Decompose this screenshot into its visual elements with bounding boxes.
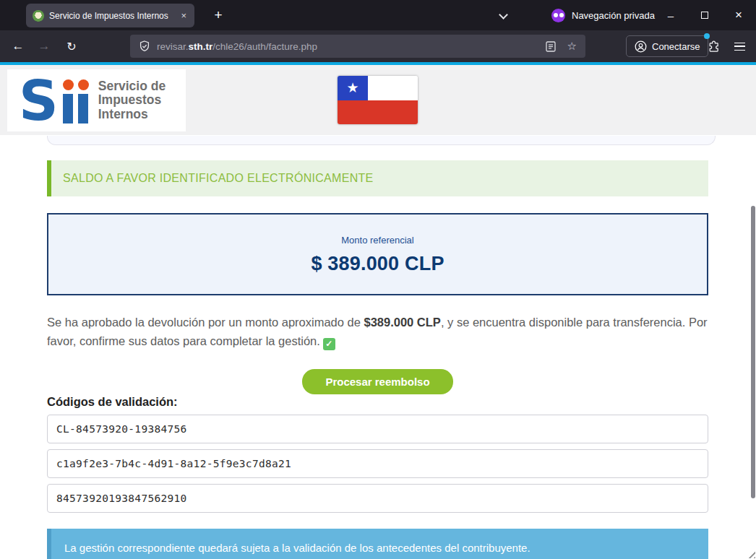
back-button[interactable]: ←: [7, 36, 29, 56]
process-refund-button[interactable]: Procesar reembolso: [302, 369, 452, 394]
private-mask-icon: [551, 9, 565, 22]
extensions-icon[interactable]: [703, 36, 724, 56]
scrollbar-thumb[interactable]: [751, 206, 755, 498]
browser-tab[interactable]: Servicio de Impuestos Internos ×: [26, 4, 194, 27]
amount-label: Monto referencial: [56, 235, 700, 246]
menu-hamburger-icon[interactable]: [729, 36, 750, 56]
button-row: Procesar reembolso: [47, 369, 708, 394]
check-emoji: ✓: [323, 338, 335, 350]
private-browsing-label: Navegación privada: [572, 10, 655, 21]
site-favicon-icon: [33, 10, 44, 22]
reader-mode-icon[interactable]: [546, 41, 556, 52]
url-domain: sth.tr: [189, 41, 213, 52]
new-tab-button[interactable]: +: [208, 5, 228, 25]
maximize-icon: [701, 12, 708, 19]
codes-label: Códigos de validación:: [47, 395, 708, 409]
flag-star: ★: [338, 76, 368, 100]
url-prefix: revisar.: [157, 41, 189, 52]
scrolled-card-edge: [47, 136, 716, 145]
status-banner: SALDO A FAVOR IDENTIFICADO ELECTRÓNICAME…: [47, 160, 708, 196]
connect-button[interactable]: Conectarse: [626, 35, 708, 57]
close-window-button[interactable]: ×: [722, 0, 755, 30]
account-icon: [635, 40, 647, 53]
validation-code-field[interactable]: 84573920193847562910: [47, 484, 708, 513]
maximize-button[interactable]: [688, 0, 721, 30]
tracking-protection-shield-icon[interactable]: [139, 40, 150, 52]
browser-toolbar: ← → ↻ revisar.sth.tr/chle26/auth/facture…: [0, 30, 756, 62]
logo-letter-i: [78, 79, 89, 124]
private-browsing-badge: Navegación privada: [551, 6, 655, 24]
validation-code-field[interactable]: CL-84573920-19384756: [47, 415, 708, 443]
logo-text: Servicio de Impuestos Internos: [98, 79, 166, 121]
tab-close-icon[interactable]: ×: [179, 10, 188, 21]
tab-strip: Servicio de Impuestos Internos × + Naveg…: [0, 0, 756, 30]
hamburger-lines: [734, 43, 745, 51]
site-header: S Servicio de Impuestos Internos ★: [0, 65, 756, 135]
url-path: /chle26/auth/facture.php: [212, 41, 317, 52]
notice-banner: La gestión correspondiente quedará sujet…: [47, 529, 708, 559]
url-bar[interactable]: revisar.sth.tr/chle26/auth/facture.php ☆: [130, 35, 585, 58]
amount-box: Monto referencial $ 389.000 CLP: [47, 213, 708, 295]
validation-code-field[interactable]: c1a9f2e3-7b4c-4d91-8a12-5f9e3c7d8a21: [47, 449, 708, 478]
logo-letter-s: S: [19, 79, 59, 124]
browser-window: Servicio de Impuestos Internos × + Naveg…: [0, 0, 756, 559]
minimize-button[interactable]: –: [654, 0, 687, 30]
description-paragraph: Se ha aprobado la devolución por un mont…: [47, 313, 708, 351]
forward-button[interactable]: →: [33, 36, 55, 56]
url-text: revisar.sth.tr/chle26/auth/facture.php: [157, 41, 317, 52]
connect-label: Conectarse: [652, 41, 700, 52]
page-content: SALDO A FAVOR IDENTIFICADO ELECTRÓNICAME…: [47, 136, 708, 559]
bookmark-star-icon[interactable]: ☆: [567, 40, 577, 53]
reload-button[interactable]: ↻: [61, 36, 82, 56]
sii-logo-mark: S: [19, 77, 89, 124]
description-amount: $389.000 CLP: [364, 316, 440, 329]
amount-value: $ 389.000 CLP: [56, 253, 700, 275]
tab-list-chevron-icon[interactable]: [499, 10, 508, 20]
sii-logo: S Servicio de Impuestos Internos: [7, 69, 186, 131]
window-resize-grip[interactable]: [746, 549, 755, 558]
logo-letter-i: [63, 79, 74, 124]
tab-title: Servicio de Impuestos Internos: [49, 11, 174, 21]
chile-flag: ★: [338, 76, 418, 124]
